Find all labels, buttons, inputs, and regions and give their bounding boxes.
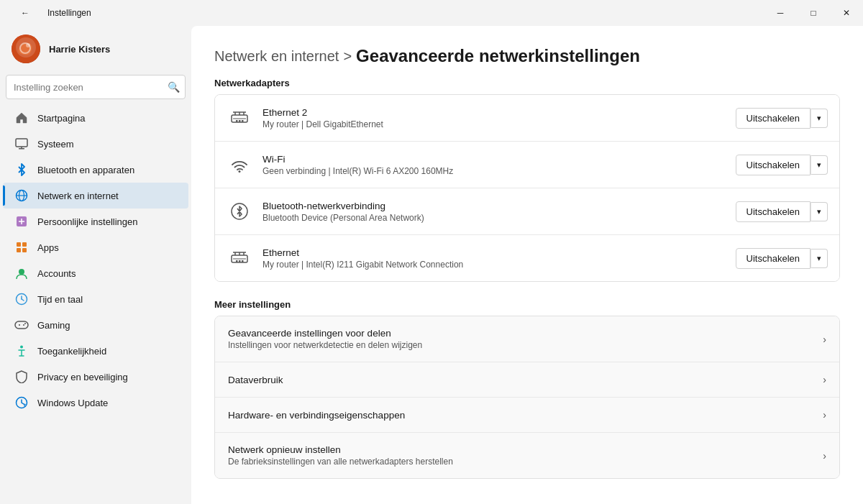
adapter-info-wifi: Wi-Fi Geen verbinding | Intel(R) Wi-Fi 6… bbox=[262, 154, 726, 176]
chevron-right-icon-0: › bbox=[823, 334, 826, 345]
titlebar-title: Instellingen bbox=[47, 8, 91, 18]
settings-item-desc-0: Instellingen voor netwerkdetectie en del… bbox=[228, 340, 813, 350]
maximize-button[interactable]: □ bbox=[797, 0, 830, 26]
home-icon bbox=[14, 111, 29, 125]
svg-point-25 bbox=[20, 346, 23, 349]
section-title-meer: Meer instellingen bbox=[214, 299, 840, 310]
settings-item-geavanceerd-delen[interactable]: Geavanceerde instellingen voor delen Ins… bbox=[215, 316, 839, 362]
svg-rect-12 bbox=[17, 242, 21, 247]
back-button[interactable]: ← bbox=[9, 0, 42, 26]
svg-point-16 bbox=[19, 269, 24, 275]
sidebar-label-gaming: Gaming bbox=[37, 320, 70, 331]
minimize-button[interactable]: ─ bbox=[764, 0, 797, 26]
svg-rect-15 bbox=[22, 248, 27, 252]
windows-update-icon bbox=[14, 395, 29, 410]
settings-item-hardware[interactable]: Hardware- en verbindingseigenschappen › bbox=[215, 398, 839, 433]
sidebar-label-startpagina: Startpagina bbox=[37, 113, 86, 124]
chevron-right-icon-1: › bbox=[823, 374, 826, 385]
titlebar-controls: ─ □ ✕ bbox=[764, 0, 863, 26]
svg-point-1 bbox=[20, 43, 30, 53]
sidebar-item-systeem[interactable]: Systeem bbox=[3, 131, 188, 157]
svg-rect-34 bbox=[239, 120, 241, 122]
svg-point-0 bbox=[12, 35, 40, 63]
adapter-info-ethernet2: Ethernet 2 My router | Dell GigabitEther… bbox=[262, 107, 726, 129]
disable-group-bluetooth-net: Uitschakelen ▾ bbox=[736, 201, 828, 222]
svg-rect-46 bbox=[242, 260, 244, 262]
adapter-name-ethernet: Ethernet bbox=[262, 247, 726, 258]
search-input[interactable] bbox=[6, 75, 186, 99]
disable-chevron-wifi[interactable]: ▾ bbox=[811, 155, 828, 175]
search-icon: 🔍 bbox=[168, 81, 180, 93]
svg-line-19 bbox=[22, 299, 24, 301]
adapter-list: Ethernet 2 My router | Dell GigabitEther… bbox=[214, 94, 840, 282]
settings-item-dataverbruik[interactable]: Dataverbruik › bbox=[215, 362, 839, 398]
page-title: Geavanceerde netwerkinstellingen bbox=[356, 46, 640, 66]
titlebar-left: ← Instellingen bbox=[9, 0, 91, 26]
disable-group-ethernet: Uitschakelen ▾ bbox=[736, 248, 828, 269]
svg-point-36 bbox=[239, 170, 241, 173]
settings-item-title-1: Dataverbruik bbox=[228, 375, 813, 385]
settings-item-title-2: Hardware- en verbindingseigenschappen bbox=[228, 410, 813, 421]
accounts-icon bbox=[14, 266, 29, 280]
adapter-item-wifi: Wi-Fi Geen verbinding | Intel(R) Wi-Fi 6… bbox=[215, 142, 839, 188]
sidebar-label-bluetooth: Bluetooth en apparaten bbox=[37, 165, 134, 175]
sidebar-item-toegankelijkheid[interactable]: Toegankelijkheid bbox=[3, 338, 188, 364]
sidebar-label-windows-update: Windows Update bbox=[37, 398, 108, 408]
svg-point-2 bbox=[26, 43, 30, 47]
adapter-desc-wifi: Geen verbinding | Intel(R) Wi-Fi 6 AX200… bbox=[262, 166, 726, 176]
meer-instellingen-list: Geavanceerde instellingen voor delen Ins… bbox=[214, 316, 840, 479]
gaming-icon bbox=[14, 318, 29, 332]
sidebar-item-startpagina[interactable]: Startpagina bbox=[3, 105, 188, 131]
toegankelijkheid-icon bbox=[14, 344, 29, 358]
systeem-icon bbox=[14, 137, 29, 151]
svg-rect-14 bbox=[17, 248, 21, 252]
svg-rect-13 bbox=[22, 242, 27, 247]
settings-item-title-3: Netwerk opnieuw instellen bbox=[228, 444, 813, 455]
bluetooth-net-icon bbox=[227, 198, 252, 224]
disable-chevron-bluetooth-net[interactable]: ▾ bbox=[811, 202, 828, 221]
sidebar-item-persoonlijk[interactable]: Persoonlijke instellingen bbox=[3, 209, 188, 234]
search-box: 🔍 bbox=[6, 75, 186, 99]
disable-button-bluetooth-net[interactable]: Uitschakelen bbox=[736, 201, 811, 222]
content-area: Netwerk en internet > Geavanceerde netwe… bbox=[191, 26, 863, 504]
sidebar-item-bluetooth[interactable]: Bluetooth en apparaten bbox=[3, 157, 188, 183]
adapter-item-bluetooth-net: Bluetooth-netwerkverbinding Bluetooth De… bbox=[215, 188, 839, 235]
persoonlijk-icon bbox=[14, 214, 29, 229]
sidebar-item-gaming[interactable]: Gaming bbox=[3, 312, 188, 338]
netwerk-icon bbox=[14, 188, 29, 203]
sidebar-nav: Startpagina Systeem Bl bbox=[0, 105, 191, 416]
adapter-name-bluetooth-net: Bluetooth-netwerkverbinding bbox=[262, 201, 726, 211]
disable-button-ethernet[interactable]: Uitschakelen bbox=[736, 248, 811, 269]
sidebar-item-tijd[interactable]: Tijd en taal bbox=[3, 286, 188, 312]
section-title-adapters: Netwerkadapters bbox=[214, 78, 840, 88]
sidebar-item-privacy[interactable]: Privacy en beveiliging bbox=[3, 364, 188, 390]
svg-rect-35 bbox=[242, 120, 244, 122]
settings-item-desc-3: De fabrieksinstellingen van alle netwerk… bbox=[228, 457, 813, 467]
disable-chevron-ethernet2[interactable]: ▾ bbox=[811, 109, 828, 128]
sidebar-label-toegankelijkheid: Toegankelijkheid bbox=[37, 346, 106, 357]
disable-button-ethernet2[interactable]: Uitschakelen bbox=[736, 108, 811, 129]
wifi-icon bbox=[227, 152, 252, 178]
svg-point-24 bbox=[24, 323, 26, 324]
disable-chevron-ethernet[interactable]: ▾ bbox=[811, 249, 828, 268]
bluetooth-icon bbox=[14, 162, 29, 177]
disable-group-ethernet2: Uitschakelen ▾ bbox=[736, 108, 828, 129]
disable-button-wifi[interactable]: Uitschakelen bbox=[736, 155, 811, 175]
app-container: Harrie Kisters 🔍 Startpagina bbox=[0, 26, 863, 504]
sidebar-label-systeem: Systeem bbox=[37, 139, 74, 150]
sidebar-item-windows-update[interactable]: Windows Update bbox=[3, 390, 188, 416]
adapter-item-ethernet: Ethernet My router | Intel(R) I211 Gigab… bbox=[215, 235, 839, 281]
close-button[interactable]: ✕ bbox=[830, 0, 863, 26]
sidebar-item-apps[interactable]: Apps bbox=[3, 234, 188, 260]
sidebar-item-accounts[interactable]: Accounts bbox=[3, 260, 188, 286]
settings-item-netwerk-reset[interactable]: Netwerk opnieuw instellen De fabrieksins… bbox=[215, 433, 839, 478]
ethernet2-icon bbox=[227, 105, 252, 131]
svg-rect-33 bbox=[236, 120, 238, 122]
breadcrumb-parent: Netwerk en internet bbox=[214, 48, 339, 65]
adapter-info-ethernet: Ethernet My router | Intel(R) I211 Gigab… bbox=[262, 247, 726, 270]
adapter-name-wifi: Wi-Fi bbox=[262, 154, 726, 165]
sidebar-label-apps: Apps bbox=[37, 242, 59, 253]
sidebar-item-netwerk[interactable]: Netwerk en internet bbox=[3, 183, 188, 209]
user-name: Harrie Kisters bbox=[49, 44, 110, 55]
adapter-desc-ethernet2: My router | Dell GigabitEthernet bbox=[262, 119, 726, 129]
